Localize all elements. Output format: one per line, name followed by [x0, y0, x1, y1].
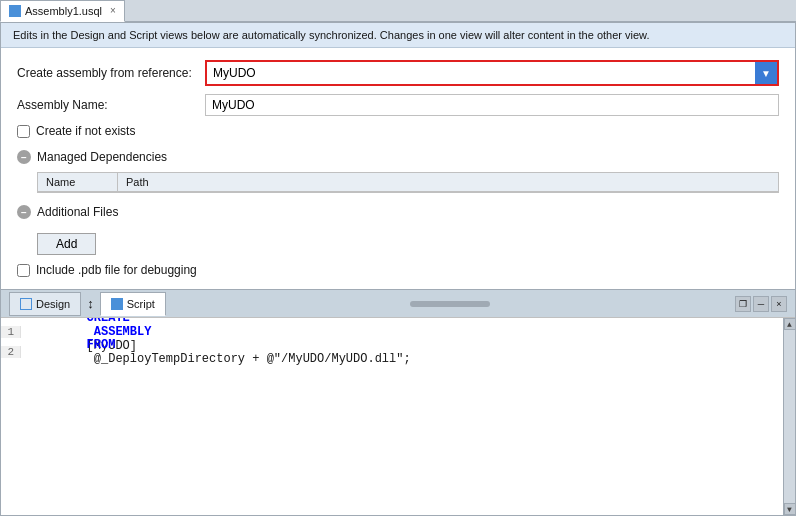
pin-btn[interactable]: ─ [753, 296, 769, 312]
info-text: Edits in the Design and Script views bel… [13, 29, 650, 41]
code-area: 1 CREATE ASSEMBLY [MyUDO] 2 FROM @_Deplo… [1, 317, 795, 515]
include-pdb-checkbox[interactable] [17, 264, 30, 277]
main-area: Edits in the Design and Script views bel… [0, 22, 796, 516]
design-icon [20, 298, 32, 310]
create-assembly-dropdown-btn[interactable]: ▼ [755, 62, 777, 84]
arrows-icon: ↕ [87, 296, 94, 311]
create-assembly-input[interactable] [207, 62, 755, 84]
scroll-down-arrow[interactable]: ▼ [784, 503, 796, 515]
scroll-track [410, 301, 490, 307]
info-bar: Edits in the Design and Script views bel… [1, 23, 795, 48]
col-name: Name [38, 173, 118, 191]
line-content-2: FROM @_DeployTempDirectory + @"/MyUDO/My… [21, 324, 411, 380]
managed-dep-icon: − [17, 150, 31, 164]
managed-dep-table: Name Path [37, 172, 779, 193]
additional-files-section: − Additional Files [17, 205, 779, 219]
swap-arrows-btn[interactable]: ↕ [81, 296, 100, 311]
keyword-from: FROM [87, 338, 116, 352]
close-panel-btn[interactable]: × [771, 296, 787, 312]
assembly-name-input[interactable] [205, 94, 779, 116]
create-assembly-dropdown-wrapper: ▼ [205, 60, 779, 86]
table-header: Name Path [38, 173, 778, 192]
script-icon [111, 298, 123, 310]
include-pdb-label: Include .pdb file for debugging [36, 263, 197, 277]
create-if-not-exists-row: Create if not exists [17, 124, 779, 138]
create-assembly-label: Create assembly from reference: [17, 66, 197, 80]
assembly-name-label: Assembly Name: [17, 98, 197, 112]
bottom-tab-bar: Design ↕ Script ❐ ─ × [1, 289, 795, 317]
add-button[interactable]: Add [37, 233, 96, 255]
line-num-2: 2 [1, 346, 21, 358]
tab-label: Assembly1.usql [25, 5, 102, 17]
create-assembly-row: Create assembly from reference: ▼ [17, 60, 779, 86]
include-pdb-row: Include .pdb file for debugging [17, 263, 779, 277]
create-if-not-exists-label: Create if not exists [36, 124, 135, 138]
col-path: Path [118, 173, 198, 191]
additional-files-label: Additional Files [37, 205, 118, 219]
tab-assembly1[interactable]: Assembly1.usql × [0, 0, 125, 22]
managed-dependencies-section: − Managed Dependencies [17, 150, 779, 164]
form-area: Create assembly from reference: ▼ Assemb… [1, 48, 795, 289]
script-tab-label: Script [127, 298, 155, 310]
code-line-2: 2 FROM @_DeployTempDirectory + @"/MyUDO/… [1, 342, 795, 362]
additional-files-icon: − [17, 205, 31, 219]
line-num-1: 1 [1, 326, 21, 338]
tab-bar: Assembly1.usql × [0, 0, 796, 22]
scroll-up-arrow[interactable]: ▲ [784, 318, 796, 330]
create-if-not-exists-checkbox[interactable] [17, 125, 30, 138]
file-icon [9, 5, 21, 17]
assembly-name-row: Assembly Name: [17, 94, 779, 116]
managed-dep-label: Managed Dependencies [37, 150, 167, 164]
tab-script[interactable]: Script [100, 292, 166, 316]
scroll-indicator [166, 301, 735, 307]
restore-btn[interactable]: ❐ [735, 296, 751, 312]
window-controls: ❐ ─ × [735, 296, 787, 312]
design-tab-label: Design [36, 298, 70, 310]
vertical-scrollbar[interactable]: ▲ ▼ [783, 318, 795, 515]
code-from-value: @_DeployTempDirectory + @"/MyUDO/MyUDO.d… [87, 352, 411, 366]
tab-design[interactable]: Design [9, 292, 81, 316]
tab-close-icon[interactable]: × [110, 5, 116, 16]
